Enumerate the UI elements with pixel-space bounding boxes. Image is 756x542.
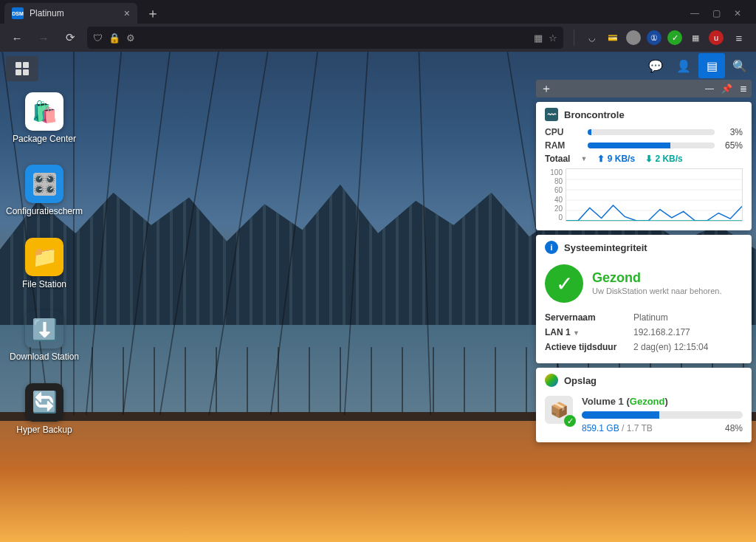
window-close-icon[interactable]: ✕ [734,8,741,18]
widget-settings-button[interactable]: ≣ [740,83,747,94]
desktop-icon-package-center[interactable]: 🛍️ Package Center [7,92,81,144]
volume-total: / 1.7 TB [619,423,653,433]
info-icon: i [545,241,558,254]
widget-storage: Opslag 📦✓ Volume 1 (Gezond) 859.1 GB / 1… [536,368,752,442]
nav-back-button[interactable]: ← [7,28,27,47]
dsm-desktop: 💬 👤 ▤ 🔍 🛍️ Package Center🎛️ Configuratie… [0,52,756,542]
info-value: 192.168.2.177 [633,327,690,337]
ext-icon-2[interactable] [626,30,641,45]
desktop-icon-configuratiescherm[interactable]: 🎛️ Configuratiescherm [7,165,81,216]
browser-chrome: DSM Platinum × ＋ — ▢ ✕ ← → ⟳ 🛡 🔒 ⚙ ▦ ☆ ◡… [0,0,756,52]
desktop-icon-hyper-backup[interactable]: 🔄 Hyper Backup [7,383,81,435]
desktop-icon-label: Download Station [10,351,79,362]
widget-title: Opslag [564,375,597,386]
desktop-icon-label: File Station [22,279,66,289]
chevron-down-icon[interactable]: ▼ [580,155,587,162]
app-icon: 🎛️ [25,165,63,203]
lock-icon[interactable]: 🔒 [109,32,120,44]
app-icon: 🛍️ [25,92,63,131]
search-icon[interactable]: 🔍 [726,53,753,78]
health-subtitle: Uw DiskStation werkt naar behoren. [592,286,721,296]
ram-value: 65% [721,140,743,151]
volume-bar [582,411,743,419]
browser-tab[interactable]: DSM Platinum × [4,3,137,24]
volume-name: Volume 1 (Gezond) [582,396,743,407]
volume-pct: 48% [725,423,743,433]
window-controls: — ▢ ✕ [690,8,752,18]
ram-bar [588,143,715,148]
widget-title: Systeemintegriteit [564,242,647,253]
widget-resource-monitor: 〰 Broncontrole CPU 3% RAM 65% Totaal▼ ⬆ … [536,102,752,230]
volume-used: 859.1 GB [582,423,619,433]
network-total-label: Totaal [545,154,570,164]
nav-bar: ← → ⟳ 🛡 🔒 ⚙ ▦ ☆ ◡ 💳 ① ✓ ▦ u ≡ [0,24,756,52]
widgets-toggle-icon[interactable]: ▤ [698,53,725,78]
ext-icon-6[interactable]: u [709,30,724,45]
tab-title: Platinum [30,8,118,18]
tab-close-icon[interactable]: × [124,7,130,19]
chevron-down-icon[interactable]: ▼ [573,329,580,337]
app-icon: 🔄 [25,383,63,422]
widget-panel: ＋ — 📌 ≣ 〰 Broncontrole CPU 3% RAM 65% [536,80,752,442]
volume-stats: 859.1 GB / 1.7 TB 48% [582,423,743,433]
desktop-icon-label: Hyper Backup [16,425,72,435]
window-maximize-icon[interactable]: ▢ [712,8,721,18]
pocket-icon[interactable]: ◡ [585,30,599,45]
new-tab-button[interactable]: ＋ [140,3,165,24]
chart-area [566,168,743,222]
download-rate: ⬇ 2 KB/s [645,154,683,164]
dsm-top-bar: 💬 👤 ▤ 🔍 [639,52,756,80]
widget-minimize-button[interactable]: — [705,83,714,94]
tab-bar: DSM Platinum × ＋ — ▢ ✕ [0,0,756,24]
check-circle-icon: ✓ [545,264,583,303]
health-status: Gezond [592,270,721,286]
widget-title: Broncontrole [564,109,625,120]
qr-icon[interactable]: ▦ [534,32,543,44]
pulse-icon: 〰 [545,108,558,121]
ext-icon-1[interactable]: 💳 [605,30,620,45]
widget-toolbar: ＋ — 📌 ≣ [536,80,752,97]
app-icon: ⬇️ [25,310,63,349]
desktop-icon-download-station[interactable]: ⬇️ Download Station [7,310,81,362]
info-key: Servernaam [545,312,633,323]
window-minimize-icon[interactable]: — [690,8,699,18]
cpu-row: CPU 3% [545,127,743,137]
user-icon[interactable]: 👤 [670,53,697,78]
settings-toggle-icon[interactable]: ⚙ [126,32,135,44]
dsm-main-menu-button[interactable] [6,56,38,81]
upload-rate: ⬆ 9 KB/s [597,154,635,164]
info-row: Servernaam Platinum [545,310,743,325]
app-icon: 📁 [25,238,63,276]
nav-reload-button[interactable]: ⟳ [61,28,80,47]
chat-icon[interactable]: 💬 [642,53,669,78]
divider [574,30,574,46]
widget-add-button[interactable]: ＋ [540,81,552,97]
info-row: Actieve tijdsduur 2 dag(en) 12:15:04 [545,340,743,354]
widget-pin-button[interactable]: 📌 [721,83,732,94]
desktop-icon-label: Package Center [13,134,76,144]
grid-icon [16,62,29,75]
volume-icon: 📦✓ [545,396,573,424]
tab-favicon: DSM [12,7,24,19]
hamburger-menu-icon[interactable]: ≡ [729,28,749,47]
url-bar[interactable]: 🛡 🔒 ⚙ ▦ ☆ [87,27,563,49]
info-row: LAN 1 ▼ 192.168.2.177 [545,325,743,340]
chart-yaxis: 100806040200 [545,168,566,222]
info-key: LAN 1 ▼ [545,327,633,337]
info-value: 2 dag(en) 12:15:04 [633,342,708,352]
cpu-value: 3% [721,127,743,137]
shield-icon[interactable]: 🛡 [93,32,103,44]
toolbar-icons: ◡ 💳 ① ✓ ▦ u ≡ [585,28,749,47]
ext-icon-4[interactable]: ✓ [667,30,682,45]
desktop-icon-label: Configuratiescherm [6,206,83,216]
ext-icon-3[interactable]: ① [647,30,662,45]
nav-forward-button: → [34,28,53,47]
info-value: Platinum [633,312,668,323]
ext-icon-5[interactable]: ▦ [688,30,703,45]
cpu-label: CPU [545,127,582,137]
desktop-icons: 🛍️ Package Center🎛️ Configuratiescherm📁 … [7,92,81,435]
desktop-icon-file-station[interactable]: 📁 File Station [7,238,81,289]
bookmark-icon[interactable]: ☆ [549,32,557,44]
widget-system-health: i Systeemintegriteit ✓ Gezond Uw DiskSta… [536,235,752,363]
volume-ok-badge: ✓ [564,415,576,427]
